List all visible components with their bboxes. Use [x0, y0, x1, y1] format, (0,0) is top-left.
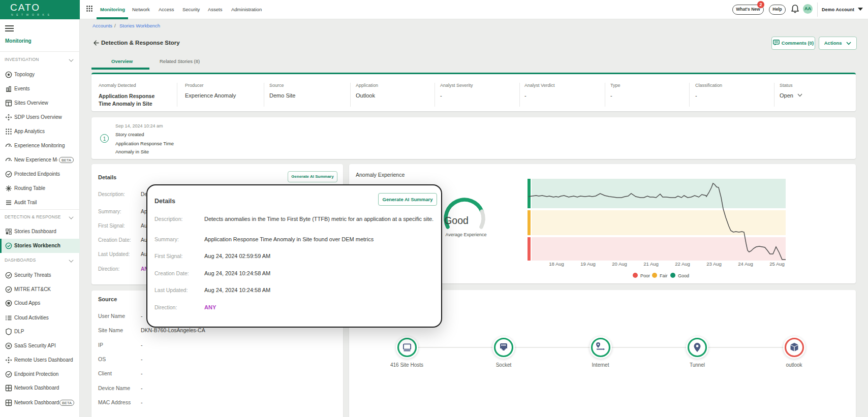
svg-text:Poor: Poor	[640, 273, 650, 278]
svg-text:19 Aug: 19 Aug	[580, 261, 596, 267]
svg-text:24 Aug: 24 Aug	[738, 261, 753, 267]
svg-text:20 Aug: 20 Aug	[612, 261, 627, 267]
svg-text:Good: Good	[678, 273, 689, 278]
svg-text:23 Aug: 23 Aug	[706, 261, 722, 267]
svg-text:Fair: Fair	[660, 273, 668, 278]
svg-text:18 Aug: 18 Aug	[549, 261, 564, 267]
svg-text:21 Aug: 21 Aug	[643, 261, 659, 267]
svg-text:22 Aug: 22 Aug	[675, 261, 690, 267]
svg-text:25 Aug: 25 Aug	[769, 261, 785, 267]
